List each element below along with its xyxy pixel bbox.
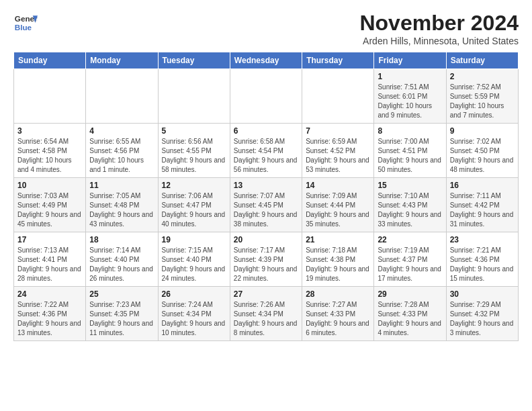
calendar-cell: 29Sunrise: 7:28 AM Sunset: 4:33 PM Dayli… (374, 287, 446, 341)
day-info: Sunrise: 7:05 AM Sunset: 4:48 PM Dayligh… (89, 191, 154, 229)
day-info: Sunrise: 7:24 AM Sunset: 4:34 PM Dayligh… (162, 300, 226, 338)
day-number: 14 (306, 181, 370, 190)
day-number: 20 (234, 235, 298, 244)
day-number: 28 (306, 289, 370, 299)
day-info: Sunrise: 7:02 AM Sunset: 4:50 PM Dayligh… (450, 137, 515, 175)
calendar-week-4: 24Sunrise: 7:22 AM Sunset: 4:36 PM Dayli… (14, 287, 519, 341)
calendar-cell: 27Sunrise: 7:26 AM Sunset: 4:34 PM Dayli… (230, 287, 302, 341)
calendar-cell: 19Sunrise: 7:15 AM Sunset: 4:40 PM Dayli… (158, 232, 230, 287)
day-number: 24 (17, 289, 82, 299)
header-monday: Monday (86, 52, 158, 69)
day-info: Sunrise: 7:51 AM Sunset: 6:01 PM Dayligh… (378, 83, 442, 120)
calendar-cell: 1Sunrise: 7:51 AM Sunset: 6:01 PM Daylig… (374, 69, 446, 124)
day-info: Sunrise: 7:13 AM Sunset: 4:41 PM Dayligh… (17, 246, 82, 283)
header-thursday: Thursday (302, 52, 374, 69)
day-number: 21 (306, 235, 370, 244)
title-block: November 2024 Arden Hills, Minnesota, Un… (359, 11, 519, 46)
day-info: Sunrise: 7:27 AM Sunset: 4:33 PM Dayligh… (306, 300, 370, 338)
calendar-cell (230, 69, 302, 124)
day-number: 12 (162, 181, 226, 190)
calendar-cell: 11Sunrise: 7:05 AM Sunset: 4:48 PM Dayli… (86, 178, 158, 232)
day-number: 30 (450, 289, 515, 299)
calendar-table: SundayMondayTuesdayWednesdayThursdayFrid… (13, 52, 519, 341)
header-friday: Friday (374, 52, 446, 69)
day-info: Sunrise: 7:06 AM Sunset: 4:47 PM Dayligh… (162, 191, 226, 229)
calendar-cell: 8Sunrise: 7:00 AM Sunset: 4:51 PM Daylig… (374, 124, 446, 178)
calendar-cell: 7Sunrise: 6:59 AM Sunset: 4:52 PM Daylig… (302, 124, 374, 178)
calendar-cell: 14Sunrise: 7:09 AM Sunset: 4:44 PM Dayli… (302, 178, 374, 232)
calendar-cell: 12Sunrise: 7:06 AM Sunset: 4:47 PM Dayli… (158, 178, 230, 232)
day-info: Sunrise: 7:19 AM Sunset: 4:37 PM Dayligh… (378, 246, 442, 283)
calendar-cell: 26Sunrise: 7:24 AM Sunset: 4:34 PM Dayli… (158, 287, 230, 341)
day-info: Sunrise: 7:11 AM Sunset: 4:42 PM Dayligh… (450, 191, 515, 229)
day-info: Sunrise: 7:15 AM Sunset: 4:40 PM Dayligh… (162, 246, 226, 283)
calendar-cell: 16Sunrise: 7:11 AM Sunset: 4:42 PM Dayli… (446, 178, 518, 232)
calendar-cell: 2Sunrise: 7:52 AM Sunset: 5:59 PM Daylig… (446, 69, 518, 124)
calendar-cell: 9Sunrise: 7:02 AM Sunset: 4:50 PM Daylig… (446, 124, 518, 178)
calendar-cell: 22Sunrise: 7:19 AM Sunset: 4:37 PM Dayli… (374, 232, 446, 287)
day-number: 10 (17, 181, 82, 190)
calendar-cell: 10Sunrise: 7:03 AM Sunset: 4:49 PM Dayli… (14, 178, 86, 232)
day-info: Sunrise: 7:07 AM Sunset: 4:45 PM Dayligh… (234, 191, 298, 229)
calendar-week-2: 10Sunrise: 7:03 AM Sunset: 4:49 PM Dayli… (14, 178, 519, 232)
day-info: Sunrise: 7:22 AM Sunset: 4:36 PM Dayligh… (17, 300, 82, 338)
day-number: 25 (89, 289, 154, 299)
header-saturday: Saturday (446, 52, 518, 69)
calendar-cell (86, 69, 158, 124)
calendar-cell (158, 69, 230, 124)
day-number: 16 (450, 181, 515, 190)
calendar-cell: 17Sunrise: 7:13 AM Sunset: 4:41 PM Dayli… (14, 232, 86, 287)
day-number: 13 (234, 181, 298, 190)
calendar-cell: 6Sunrise: 6:58 AM Sunset: 4:54 PM Daylig… (230, 124, 302, 178)
day-info: Sunrise: 7:09 AM Sunset: 4:44 PM Dayligh… (306, 191, 370, 229)
day-info: Sunrise: 7:03 AM Sunset: 4:49 PM Dayligh… (17, 191, 82, 229)
day-info: Sunrise: 7:21 AM Sunset: 4:36 PM Dayligh… (450, 246, 515, 283)
calendar-cell: 18Sunrise: 7:14 AM Sunset: 4:40 PM Dayli… (86, 232, 158, 287)
day-number: 2 (450, 72, 515, 81)
day-number: 27 (234, 289, 298, 299)
calendar-week-0: 1Sunrise: 7:51 AM Sunset: 6:01 PM Daylig… (14, 69, 519, 124)
calendar-cell: 15Sunrise: 7:10 AM Sunset: 4:43 PM Dayli… (374, 178, 446, 232)
calendar-cell: 25Sunrise: 7:23 AM Sunset: 4:35 PM Dayli… (86, 287, 158, 341)
day-info: Sunrise: 6:54 AM Sunset: 4:58 PM Dayligh… (17, 137, 82, 175)
svg-text:Blue: Blue (15, 23, 32, 32)
day-info: Sunrise: 7:28 AM Sunset: 4:33 PM Dayligh… (378, 300, 442, 338)
month-title: November 2024 (359, 11, 519, 36)
calendar-cell (14, 69, 86, 124)
day-number: 3 (17, 126, 82, 136)
day-info: Sunrise: 7:52 AM Sunset: 5:59 PM Dayligh… (450, 83, 515, 120)
day-number: 8 (378, 126, 442, 136)
day-number: 19 (162, 235, 226, 244)
day-number: 26 (162, 289, 226, 299)
day-info: Sunrise: 7:18 AM Sunset: 4:38 PM Dayligh… (306, 246, 370, 283)
day-number: 15 (378, 181, 442, 190)
calendar-cell: 20Sunrise: 7:17 AM Sunset: 4:39 PM Dayli… (230, 232, 302, 287)
day-number: 4 (89, 126, 154, 136)
day-info: Sunrise: 7:00 AM Sunset: 4:51 PM Dayligh… (378, 137, 442, 175)
calendar-cell: 5Sunrise: 6:56 AM Sunset: 4:55 PM Daylig… (158, 124, 230, 178)
calendar-cell: 13Sunrise: 7:07 AM Sunset: 4:45 PM Dayli… (230, 178, 302, 232)
calendar-header-row: SundayMondayTuesdayWednesdayThursdayFrid… (14, 52, 519, 69)
calendar-cell: 24Sunrise: 7:22 AM Sunset: 4:36 PM Dayli… (14, 287, 86, 341)
day-number: 29 (378, 289, 442, 299)
calendar-cell: 4Sunrise: 6:55 AM Sunset: 4:56 PM Daylig… (86, 124, 158, 178)
calendar-week-1: 3Sunrise: 6:54 AM Sunset: 4:58 PM Daylig… (14, 124, 519, 178)
day-number: 18 (89, 235, 154, 244)
day-number: 9 (450, 126, 515, 136)
page-header: General Blue November 2024 Arden Hills, … (13, 11, 519, 46)
logo-icon: General Blue (13, 11, 38, 35)
calendar-cell: 23Sunrise: 7:21 AM Sunset: 4:36 PM Dayli… (446, 232, 518, 287)
header-sunday: Sunday (14, 52, 86, 69)
day-number: 1 (378, 72, 442, 81)
calendar-cell: 30Sunrise: 7:29 AM Sunset: 4:32 PM Dayli… (446, 287, 518, 341)
day-info: Sunrise: 7:23 AM Sunset: 4:35 PM Dayligh… (89, 300, 154, 338)
day-number: 6 (234, 126, 298, 136)
calendar-week-3: 17Sunrise: 7:13 AM Sunset: 4:41 PM Dayli… (14, 232, 519, 287)
day-info: Sunrise: 7:17 AM Sunset: 4:39 PM Dayligh… (234, 246, 298, 283)
day-info: Sunrise: 7:14 AM Sunset: 4:40 PM Dayligh… (89, 246, 154, 283)
day-number: 22 (378, 235, 442, 244)
day-info: Sunrise: 7:10 AM Sunset: 4:43 PM Dayligh… (378, 191, 442, 229)
day-info: Sunrise: 6:58 AM Sunset: 4:54 PM Dayligh… (234, 137, 298, 175)
header-tuesday: Tuesday (158, 52, 230, 69)
calendar-cell: 28Sunrise: 7:27 AM Sunset: 4:33 PM Dayli… (302, 287, 374, 341)
